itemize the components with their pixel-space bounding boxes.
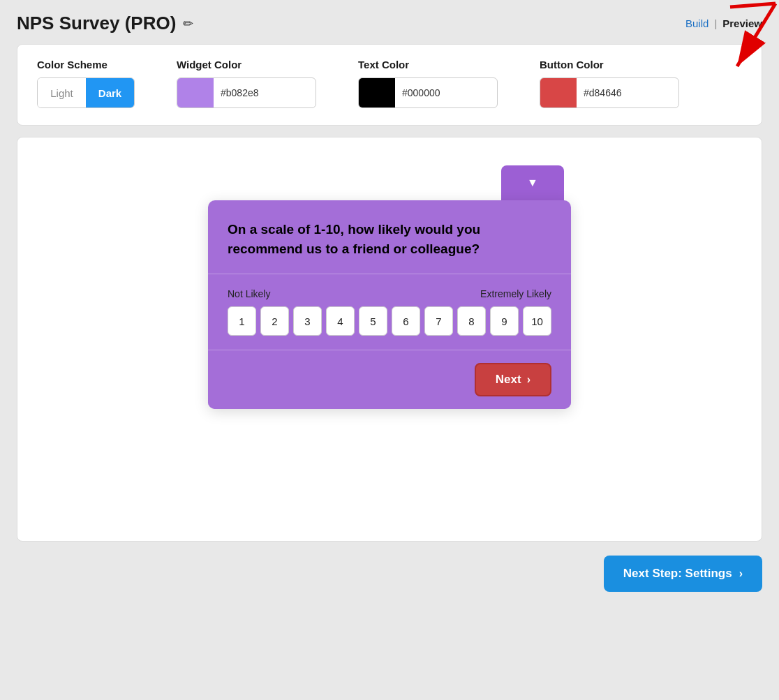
text-color-group: Text Color #000000: [358, 59, 498, 108]
text-color-swatch[interactable]: [359, 77, 395, 108]
next-step-arrow-icon: ›: [739, 567, 743, 580]
widget-color-swatch[interactable]: [177, 77, 214, 108]
rating-button-7[interactable]: 7: [424, 306, 453, 336]
text-color-label: Text Color: [358, 59, 498, 70]
widget-color-picker[interactable]: #b082e8: [177, 77, 316, 108]
next-step-button[interactable]: Next Step: Settings ›: [604, 556, 762, 592]
color-panel: Color Scheme Light Dark Widget Color #b0…: [17, 44, 762, 126]
preview-area: ▼ On a scale of 1-10, how likely would y…: [17, 137, 762, 542]
rating-button-2[interactable]: 2: [260, 306, 289, 336]
button-color-group: Button Color #d84646: [540, 59, 679, 108]
widget-color-label: Widget Color: [177, 59, 316, 70]
widget-rating-section: Not Likely Extremely Likely 12345678910: [208, 274, 571, 350]
rating-button-8[interactable]: 8: [457, 306, 486, 336]
next-button-label: Next: [496, 373, 521, 387]
next-step-label: Next Step: Settings: [623, 567, 732, 581]
button-color-value: #d84646: [577, 87, 678, 98]
widget-footer: Next ›: [208, 350, 571, 409]
next-button[interactable]: Next ›: [475, 363, 551, 396]
widget-tab[interactable]: ▼: [501, 165, 564, 200]
button-color-label: Button Color: [540, 59, 679, 70]
widget-tab-chevron-icon: ▼: [527, 177, 538, 189]
color-scheme-toggle[interactable]: Light Dark: [37, 77, 135, 108]
rating-button-3[interactable]: 3: [293, 306, 322, 336]
widget-color-value: #b082e8: [214, 87, 316, 98]
button-color-swatch[interactable]: [540, 77, 577, 108]
page-title: NPS Survey (PRO): [17, 13, 176, 34]
rating-button-1[interactable]: 1: [228, 306, 256, 336]
preview-link[interactable]: Preview: [722, 17, 762, 29]
next-button-arrow-icon: ›: [527, 373, 531, 386]
page-header: NPS Survey (PRO) ✏ Build | Preview: [0, 0, 779, 44]
widget-card: On a scale of 1-10, how likely would you…: [208, 200, 571, 409]
rating-button-4[interactable]: 4: [326, 306, 355, 336]
rating-labels: Not Likely Extremely Likely: [228, 288, 551, 299]
button-color-picker[interactable]: #d84646: [540, 77, 679, 108]
rating-button-9[interactable]: 9: [490, 306, 519, 336]
header-nav: Build | Preview: [685, 17, 762, 29]
widget-wrapper: ▼ On a scale of 1-10, how likely would y…: [208, 165, 571, 409]
widget-question-text: On a scale of 1-10, how likely would you…: [208, 200, 571, 274]
widget-color-group: Widget Color #b082e8: [177, 59, 316, 108]
header-left: NPS Survey (PRO) ✏: [17, 13, 193, 34]
color-scheme-group: Color Scheme Light Dark: [37, 59, 135, 108]
text-color-value: #000000: [395, 87, 497, 98]
edit-icon[interactable]: ✏: [183, 16, 193, 31]
light-option[interactable]: Light: [38, 78, 86, 107]
rating-button-5[interactable]: 5: [359, 306, 387, 336]
not-likely-label: Not Likely: [228, 288, 270, 299]
build-link[interactable]: Build: [685, 17, 708, 29]
bottom-bar: Next Step: Settings ›: [0, 542, 779, 606]
color-scheme-label: Color Scheme: [37, 59, 135, 70]
dark-option[interactable]: Dark: [86, 78, 134, 107]
rating-button-6[interactable]: 6: [392, 306, 420, 336]
nav-divider: |: [714, 17, 717, 29]
text-color-picker[interactable]: #000000: [358, 77, 498, 108]
rating-button-10[interactable]: 10: [523, 306, 551, 336]
rating-buttons: 12345678910: [228, 306, 551, 336]
extremely-likely-label: Extremely Likely: [480, 288, 551, 299]
